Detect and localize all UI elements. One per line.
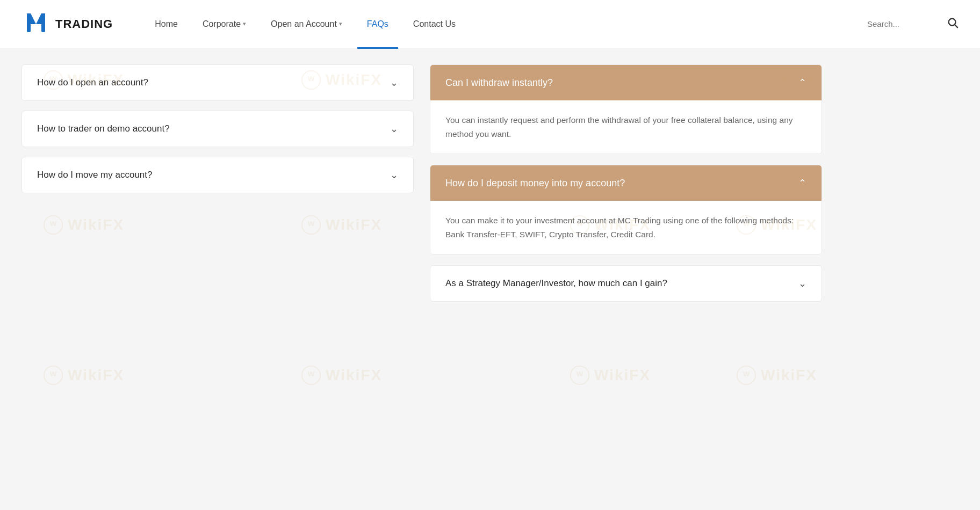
header: TRADING Home Corporate ▾ Open an Account… [0,0,980,48]
faq-question-move-account: How do I move my account? [37,170,152,180]
nav-home[interactable]: Home [145,14,188,34]
svg-line-29 [955,25,957,27]
faq-answer-deposit: You can make it to your investment accou… [430,201,822,254]
faq-question-deposit: How do I deposit money into my account? [445,178,625,189]
logo-icon [21,9,51,39]
faq-header-open-account[interactable]: How do I open an account? ⌄ [22,65,413,100]
search-input[interactable] [867,19,942,28]
faq-header-strategy[interactable]: As a Strategy Manager/Investor, how much… [430,266,822,301]
main-content: How do I open an account? ⌄ How to trade… [0,48,980,510]
main-nav: Home Corporate ▾ Open an Account ▾ FAQs … [145,14,867,34]
faq-item-withdraw[interactable]: Can I withdraw instantly? ⌃ You can inst… [430,64,822,154]
open-account-chevron-icon: ▾ [339,20,342,27]
corporate-chevron-icon: ▾ [243,20,246,27]
search-area [867,17,959,31]
faq-item-strategy[interactable]: As a Strategy Manager/Investor, how much… [430,265,822,302]
faq-question-withdraw: Can I withdraw instantly? [445,77,553,89]
search-button[interactable] [947,17,959,31]
spacer [430,154,822,165]
search-icon [947,17,959,28]
left-faq-column: How do I open an account? ⌄ How to trade… [21,64,414,494]
faq-chevron-deposit-icon: ⌃ [798,177,806,189]
logo-text: TRADING [55,17,113,31]
faq-item-open-account[interactable]: How do I open an account? ⌄ [21,64,414,101]
faq-chevron-strategy-icon: ⌄ [798,278,806,289]
faq-item-deposit[interactable]: How do I deposit money into my account? … [430,165,822,254]
right-faq-column: Can I withdraw instantly? ⌃ You can inst… [430,64,822,494]
nav-faqs[interactable]: FAQs [357,14,398,34]
nav-open-account[interactable]: Open an Account ▾ [261,14,352,34]
nav-corporate[interactable]: Corporate ▾ [193,14,256,34]
svg-rect-27 [41,13,45,32]
faq-answer-withdraw: You can instantly request and perform th… [430,100,822,154]
faq-question-demo-account: How to trader on demo account? [37,123,170,134]
faq-item-demo-account[interactable]: How to trader on demo account? ⌄ [21,111,414,147]
faq-header-withdraw[interactable]: Can I withdraw instantly? ⌃ [430,65,822,100]
faq-chevron-demo-icon: ⌄ [390,123,398,135]
faq-header-deposit[interactable]: How do I deposit money into my account? … [430,165,822,201]
faq-header-move-account[interactable]: How do I move my account? ⌄ [22,157,413,193]
faq-chevron-withdraw-icon: ⌃ [798,77,806,89]
faq-question-strategy: As a Strategy Manager/Investor, how much… [445,278,667,289]
faq-chevron-open-account-icon: ⌄ [390,77,398,89]
faq-item-move-account[interactable]: How do I move my account? ⌄ [21,157,414,193]
faq-header-demo-account[interactable]: How to trader on demo account? ⌄ [22,111,413,147]
spacer-2 [430,254,822,265]
nav-contact-us[interactable]: Contact Us [403,14,465,34]
logo[interactable]: TRADING [21,9,113,39]
faq-chevron-move-icon: ⌄ [390,169,398,181]
faq-question-open-account: How do I open an account? [37,77,148,88]
